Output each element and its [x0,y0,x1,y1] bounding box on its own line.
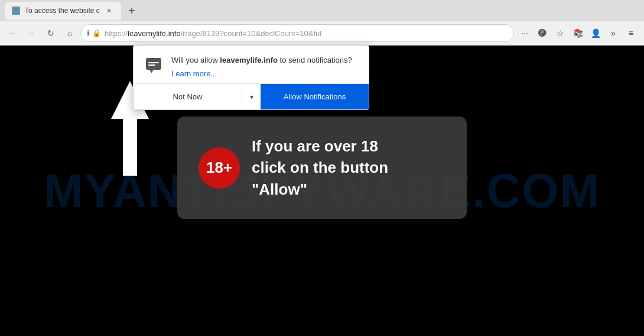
browser-chrome: 🌐 To access the website c ✕ + ← → ↻ ⌂ ℹ … [0,0,644,46]
age-message-line1: If you are over 18 [252,135,445,157]
url-display[interactable]: https://leavemylife.info/r/age/8139?coun… [105,29,508,38]
age-badge: 18+ [199,147,240,189]
svg-rect-3 [148,64,155,66]
tab-close-button[interactable]: ✕ [105,6,114,15]
age-verification-card: 18+ If you are over 18 click on the butt… [177,117,467,219]
tab-bar: 🌐 To access the website c ✕ + [0,0,644,21]
svg-rect-2 [148,62,159,63]
url-domain: leavemylife.info [128,29,181,38]
popup-domain: leavemylife.info [220,56,278,64]
learn-more-link[interactable]: Learn more... [171,69,217,78]
allow-notifications-button[interactable]: Allow Notifications [261,84,369,109]
extensions-button[interactable]: » [605,25,622,41]
library-button[interactable]: 📚 [570,25,586,41]
info-icon: ℹ [87,29,90,37]
popup-body: Will you allow leavemylife.info to send … [134,46,369,83]
age-message: If you are over 18 click on the button "… [252,135,445,200]
home-button[interactable]: ⌂ [61,25,78,41]
address-bar-icons: ℹ 🔒 [87,29,101,37]
not-now-dropdown-button[interactable]: ▾ [242,84,261,109]
back-button[interactable]: ← [5,25,21,41]
refresh-button[interactable]: ↻ [43,25,59,41]
url-protocol: https:// [105,29,128,38]
svg-rect-0 [146,58,161,70]
tab-title: To access the website c [25,7,100,15]
sync-button[interactable]: 👤 [587,25,604,41]
toolbar-right: ··· 🅟 ☆ 📚 👤 » ≡ [516,25,639,41]
hamburger-menu-button[interactable]: ≡ [623,25,639,41]
new-tab-button[interactable]: + [123,2,140,19]
url-path: /r/age/8139?count=10&declCount=10&ful [181,29,322,38]
age-message-line2: click on the button "Allow" [252,157,445,200]
popup-message: Will you allow leavemylife.info to send … [171,55,359,66]
not-now-button[interactable]: Not Now [134,84,242,109]
toolbar: ← → ↻ ⌂ ℹ 🔒 https://leavemylife.info/r/a… [0,21,644,45]
popup-text: Will you allow leavemylife.info to send … [171,55,359,79]
svg-marker-1 [149,70,153,73]
browser-tab[interactable]: 🌐 To access the website c ✕ [5,2,121,20]
popup-buttons: Not Now ▾ Allow Notifications [134,83,369,109]
popup-chat-icon [143,55,164,76]
pocket-button[interactable]: 🅟 [534,25,551,41]
tab-favicon: 🌐 [12,7,20,15]
lock-icon: 🔒 [92,29,101,37]
notification-popup: Will you allow leavemylife.info to send … [133,45,369,110]
address-bar[interactable]: ℹ 🔒 https://leavemylife.info/r/age/8139?… [80,24,514,42]
forward-button[interactable]: → [24,25,40,41]
more-options-button[interactable]: ··· [516,25,533,41]
bookmark-button[interactable]: ☆ [552,25,568,41]
